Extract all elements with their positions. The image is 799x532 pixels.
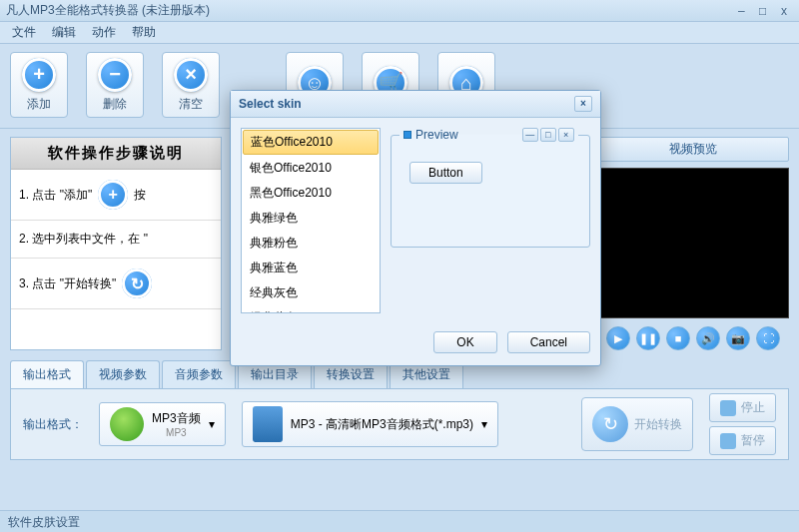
play-button[interactable]: ▶: [606, 326, 630, 350]
plus-icon: +: [22, 58, 56, 92]
skin-item[interactable]: 典雅粉色: [242, 231, 380, 256]
x-icon: ×: [174, 58, 208, 92]
preview-close-icon: ×: [558, 128, 574, 142]
preview-header: 视频预览: [597, 137, 789, 162]
window-controls: – □ x: [732, 4, 793, 18]
mp3-disc-icon: [110, 407, 144, 441]
preview-max-icon: □: [540, 128, 556, 142]
step-row-3: 3. 点击 "开始转换"↻: [11, 259, 221, 309]
skin-item[interactable]: 经典灰色: [242, 280, 380, 305]
minus-icon: −: [98, 58, 132, 92]
window-titlebar: 凡人MP3全能格式转换器 (未注册版本) – □ x: [0, 0, 799, 22]
preview-fieldset: Preview — □ × Button: [391, 128, 590, 248]
chevron-down-icon: ▾: [209, 417, 215, 431]
preview-legend: Preview — □ ×: [400, 128, 578, 142]
skin-item[interactable]: 银色Office2010: [242, 156, 380, 181]
pause-icon: [720, 433, 736, 449]
dialog-titlebar: Select skin ×: [231, 91, 600, 118]
steps-panel: 软件操作步骤说明 1. 点击 "添加"+按 2. 选中列表中文件，在 " 3. …: [10, 137, 222, 350]
convert-side-buttons: 停止 暂停: [709, 393, 776, 455]
remove-button[interactable]: −删除: [86, 52, 144, 118]
cancel-button[interactable]: Cancel: [507, 331, 590, 353]
menu-edit[interactable]: 编辑: [44, 24, 84, 41]
tab-audio-params[interactable]: 音频参数: [162, 360, 236, 388]
skin-item[interactable]: 黑色Office2010: [242, 181, 380, 206]
stop-convert-button[interactable]: 停止: [709, 393, 776, 422]
status-text: 软件皮肤设置: [8, 515, 80, 529]
fullscreen-button[interactable]: ⛶: [756, 326, 780, 350]
skin-item[interactable]: 经典蓝色: [242, 305, 380, 313]
skin-preview-box: Preview — □ × Button: [391, 128, 590, 313]
skin-item[interactable]: 典雅绿色: [242, 206, 380, 231]
skin-list[interactable]: 蓝色Office2010 银色Office2010 黑色Office2010 典…: [241, 128, 381, 313]
dialog-title: Select skin: [239, 97, 574, 111]
window-title: 凡人MP3全能格式转换器 (未注册版本): [6, 2, 732, 19]
select-skin-dialog: Select skin × 蓝色Office2010 银色Office2010 …: [230, 90, 601, 366]
pause-convert-button[interactable]: 暂停: [709, 426, 776, 455]
minimize-icon[interactable]: –: [732, 4, 750, 18]
dialog-footer: OK Cancel: [231, 323, 600, 365]
preview-screen: [597, 168, 789, 318]
add-button[interactable]: +添加: [10, 52, 68, 118]
preview-window-buttons: — □ ×: [522, 128, 574, 142]
menu-action[interactable]: 动作: [84, 24, 124, 41]
output-panel: 输出格式： MP3音频MP3 ▾ MP3 - 高清晰MP3音频格式(*.mp3)…: [10, 388, 789, 460]
format-profile-dropdown[interactable]: MP3 - 高清晰MP3音频格式(*.mp3) ▾: [242, 401, 498, 447]
menu-file[interactable]: 文件: [4, 24, 44, 41]
maximize-icon[interactable]: □: [754, 4, 772, 18]
skin-item[interactable]: 典雅蓝色: [242, 256, 380, 280]
output-label: 输出格式：: [23, 416, 83, 433]
snapshot-button[interactable]: 📷: [726, 326, 750, 350]
chevron-down-icon: ▾: [481, 417, 487, 431]
plus-icon: +: [98, 180, 128, 210]
step-row-2: 2. 选中列表中文件，在 ": [11, 221, 221, 259]
preview-min-icon: —: [522, 128, 538, 142]
stop-button[interactable]: ■: [666, 326, 690, 350]
refresh-icon: ↻: [122, 268, 152, 298]
preview-sample-button[interactable]: Button: [409, 162, 482, 184]
stop-icon: [720, 400, 736, 416]
preview-bullet-icon: [403, 131, 411, 139]
close-icon[interactable]: x: [775, 4, 793, 18]
steps-header: 软件操作步骤说明: [11, 138, 221, 170]
convert-icon: ↻: [592, 406, 628, 442]
step-row-1: 1. 点击 "添加"+按: [11, 170, 221, 221]
pause-button[interactable]: ❚❚: [636, 326, 660, 350]
menu-help[interactable]: 帮助: [124, 24, 164, 41]
clear-button[interactable]: ×清空: [162, 52, 220, 118]
file-icon: [253, 406, 283, 442]
tab-output-format[interactable]: 输出格式: [10, 360, 84, 388]
volume-button[interactable]: 🔊: [696, 326, 720, 350]
dialog-body: 蓝色Office2010 银色Office2010 黑色Office2010 典…: [231, 118, 600, 323]
preview-panel: 视频预览 ▶ ❚❚ ■ 🔊 📷 ⛶: [597, 137, 789, 350]
preview-controls: ▶ ❚❚ ■ 🔊 📷 ⛶: [597, 324, 789, 350]
format-category-dropdown[interactable]: MP3音频MP3 ▾: [99, 402, 226, 446]
status-bar: 软件皮肤设置: [0, 510, 799, 532]
tab-video-params[interactable]: 视频参数: [86, 360, 160, 388]
skin-item[interactable]: 蓝色Office2010: [243, 130, 379, 155]
menu-bar: 文件 编辑 动作 帮助: [0, 22, 799, 44]
ok-button[interactable]: OK: [433, 331, 496, 353]
dialog-close-button[interactable]: ×: [574, 96, 592, 112]
start-convert-button[interactable]: ↻开始转换: [581, 397, 693, 451]
